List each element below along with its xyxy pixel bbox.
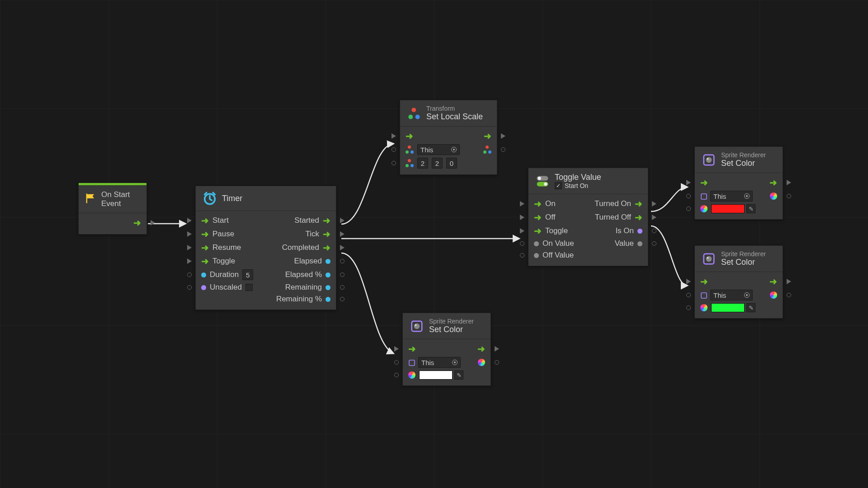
arrow-icon: ➜ bbox=[484, 131, 491, 141]
arrow-icon: ➜ bbox=[323, 242, 330, 253]
arrow-icon: ➜ bbox=[534, 212, 542, 223]
flow-in-port[interactable] bbox=[186, 258, 193, 265]
node-title: Set Local Scale bbox=[426, 112, 483, 122]
arrow-icon: ➜ bbox=[201, 229, 209, 239]
scale-x-field[interactable]: 2 bbox=[417, 158, 428, 169]
float-pin-icon bbox=[326, 259, 330, 264]
any-pin-icon bbox=[534, 241, 539, 246]
value-out-port[interactable] bbox=[339, 258, 346, 265]
sprite-renderer-icon bbox=[701, 152, 717, 168]
value-in-port[interactable] bbox=[393, 371, 400, 379]
flow-in-port[interactable] bbox=[685, 278, 692, 285]
flow-out-port[interactable] bbox=[339, 230, 346, 238]
node-set-local-scale[interactable]: Transform Set Local Scale ➜ ➜ This 2 2 0 bbox=[400, 100, 497, 175]
pin-remaining: Remaining bbox=[285, 283, 322, 292]
object-icon bbox=[700, 193, 707, 199]
target-field[interactable]: This bbox=[710, 191, 753, 202]
eyedropper-button[interactable]: ✎ bbox=[746, 204, 755, 213]
color-swatch[interactable] bbox=[419, 371, 453, 380]
value-in-port[interactable] bbox=[685, 192, 692, 200]
value-in-port[interactable] bbox=[519, 240, 526, 247]
node-timer[interactable]: Timer ➜Start Started➜ ➜Pause Tick➜ ➜Resu… bbox=[195, 186, 336, 310]
value-in-port[interactable] bbox=[186, 271, 193, 278]
value-in-port[interactable] bbox=[186, 284, 193, 291]
node-category: Sprite Renderer bbox=[721, 250, 766, 258]
flow-out-port[interactable] bbox=[785, 278, 793, 285]
pin-started: Started bbox=[294, 216, 319, 225]
value-out-port[interactable] bbox=[651, 227, 658, 235]
node-title: Timer bbox=[222, 194, 242, 203]
value-out-port[interactable] bbox=[500, 146, 507, 153]
value-in-port[interactable] bbox=[390, 146, 397, 153]
color-swatch[interactable] bbox=[711, 303, 745, 312]
node-category: Sprite Renderer bbox=[429, 318, 474, 325]
svg-rect-8 bbox=[409, 360, 415, 366]
scale-z-field[interactable]: 0 bbox=[446, 158, 457, 169]
start-on-checkbox[interactable] bbox=[555, 182, 562, 189]
scale-y-field[interactable]: 2 bbox=[432, 158, 443, 169]
value-out-port[interactable] bbox=[785, 192, 793, 200]
object-icon bbox=[408, 359, 415, 366]
pin-off-value: Off Value bbox=[542, 251, 574, 260]
flow-out-port[interactable] bbox=[339, 217, 346, 224]
eyedropper-button[interactable]: ✎ bbox=[454, 371, 463, 380]
node-set-color-red[interactable]: Sprite Renderer Set Color ➜ ➜ This bbox=[694, 146, 783, 220]
pin-turned-off: Turned Off bbox=[595, 213, 631, 222]
target-field[interactable]: This bbox=[417, 144, 460, 155]
flow-out-port[interactable] bbox=[500, 132, 507, 140]
flow-in-port[interactable] bbox=[519, 214, 526, 221]
flow-out-port[interactable] bbox=[651, 200, 658, 207]
target-field[interactable]: This bbox=[418, 357, 461, 368]
axes-icon bbox=[406, 159, 414, 167]
value-out-port[interactable] bbox=[493, 359, 500, 366]
node-title: Toggle Value bbox=[555, 173, 601, 182]
flow-in-port[interactable] bbox=[186, 217, 193, 224]
pin-elapsed: Elapsed bbox=[294, 257, 322, 266]
flow-out-port[interactable] bbox=[493, 345, 500, 352]
value-in-port[interactable] bbox=[393, 359, 400, 366]
unscaled-checkbox[interactable] bbox=[245, 284, 253, 291]
flow-in-port[interactable] bbox=[393, 345, 400, 352]
value-in-port[interactable] bbox=[519, 252, 526, 259]
timer-icon bbox=[202, 191, 217, 206]
node-on-start[interactable]: On Start Event ➜ bbox=[78, 183, 147, 235]
value-in-port[interactable] bbox=[390, 160, 397, 167]
axes-icon bbox=[483, 145, 491, 154]
value-out-port[interactable] bbox=[651, 240, 658, 247]
node-set-color-white[interactable]: Sprite Renderer Set Color ➜ ➜ This bbox=[402, 313, 491, 386]
pin-off: Off bbox=[545, 213, 555, 222]
value-out-port[interactable] bbox=[785, 291, 793, 299]
flow-in-port[interactable] bbox=[685, 179, 692, 186]
value-out-port[interactable] bbox=[339, 271, 346, 278]
flow-out-port[interactable] bbox=[651, 214, 658, 221]
flow-out-port[interactable] bbox=[339, 244, 346, 251]
pin-is-on: Is On bbox=[615, 226, 634, 235]
flow-in-port[interactable] bbox=[519, 200, 526, 207]
arrow-icon: ➜ bbox=[201, 256, 209, 267]
node-title: Set Color bbox=[721, 159, 766, 168]
target-field[interactable]: This bbox=[710, 290, 753, 300]
flow-out-port[interactable] bbox=[149, 219, 156, 226]
arrow-icon: ➜ bbox=[700, 276, 708, 287]
value-out-port[interactable] bbox=[339, 284, 346, 291]
flow-in-port[interactable] bbox=[519, 227, 526, 235]
arrow-icon: ➜ bbox=[769, 276, 777, 287]
flow-in-port[interactable] bbox=[390, 132, 397, 140]
pin-elapsed-pct: Elapsed % bbox=[285, 270, 322, 279]
value-out-port[interactable] bbox=[339, 296, 346, 303]
eyedropper-button[interactable]: ✎ bbox=[746, 303, 755, 312]
flow-in-port[interactable] bbox=[186, 244, 193, 251]
node-category: Sprite Renderer bbox=[721, 151, 766, 159]
flow-in-port[interactable] bbox=[186, 230, 193, 238]
scale-x: 2 bbox=[421, 160, 425, 167]
node-set-color-green[interactable]: Sprite Renderer Set Color ➜ ➜ This bbox=[694, 245, 783, 319]
flow-out-port[interactable] bbox=[785, 179, 793, 186]
duration-field[interactable]: 5 bbox=[242, 269, 253, 280]
value-in-port[interactable] bbox=[685, 291, 692, 299]
axes-icon bbox=[406, 145, 414, 154]
value-in-port[interactable] bbox=[685, 205, 692, 212]
node-toggle-value[interactable]: Toggle Value Start On ➜On Turned On➜ ➜Of… bbox=[528, 168, 648, 266]
pin-pause: Pause bbox=[212, 230, 234, 239]
color-swatch[interactable] bbox=[711, 204, 745, 213]
value-in-port[interactable] bbox=[685, 304, 692, 311]
